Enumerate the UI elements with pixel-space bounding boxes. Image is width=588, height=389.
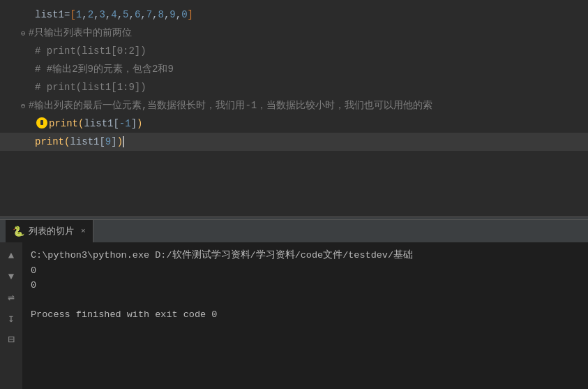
terminal-content[interactable]: C:\python3\python.exe D:/软件测试学习资料/学习资料/c…: [22, 242, 588, 389]
line-content-1: list1=[1,2,3,4,5,6,7,8,9,0]: [0, 6, 193, 24]
process-finished-line: Process finished with exit code 0: [31, 307, 580, 323]
section-comment-2: ⊖ #输出列表的最后一位元素,当数据很长时，我们用-1，当数据比较小时，我们也可…: [0, 96, 588, 115]
terminal-sidebar: ▲ ▼ ⇌ ↧ ⊟: [0, 242, 22, 389]
comment-line-2: # #输出2到9的元素，包含2和9: [0, 60, 588, 78]
comment-text-3: # print(list1[1:9]): [35, 78, 146, 96]
var-list1: list1: [35, 9, 64, 20]
scroll-down-button[interactable]: ▼: [3, 269, 19, 284]
code-line-debug: print(list1[-1]): [0, 115, 588, 133]
tab-label: 列表的切片: [29, 225, 74, 237]
line-content-cursor: print(list1[9]): [0, 133, 124, 151]
terminal-output-1: 0: [31, 263, 580, 279]
terminal-panel: 🐍 列表的切片 × ▲ ▼ ⇌ ↧ ⊟ C:\python3\python.ex…: [0, 220, 588, 389]
scroll-up-button[interactable]: ▲: [3, 248, 19, 263]
print-button[interactable]: ⊟: [3, 332, 19, 347]
terminal-output-2: 0: [31, 278, 580, 293]
comment-text-2: # #输出2到9的元素，包含2和9: [35, 60, 174, 78]
code-line-1: list1=[1,2,3,4,5,6,7,8,9,0]: [0, 6, 588, 24]
terminal-blank-line: [31, 293, 580, 307]
debug-icon: [36, 117, 47, 129]
line-content-debug: print(list1[-1]): [0, 115, 142, 133]
scroll-to-end-button[interactable]: ↧: [3, 311, 19, 326]
text-cursor: [123, 136, 124, 147]
comment-line-3: # print(list1[1:9]): [0, 78, 588, 96]
terminal-tabs: 🐍 列表的切片 ×: [0, 220, 588, 242]
section-comment-text-2: #输出列表的最后一位元素,当数据很长时，我们用-1，当数据比较小时，我们也可以用…: [29, 99, 433, 112]
fold-icon-1[interactable]: ⊖: [21, 29, 26, 38]
comment-text-1: # print(list1[0:2]): [35, 42, 146, 60]
wrap-toggle-button[interactable]: ⇌: [3, 290, 19, 305]
section-comment-1: ⊖ #只输出列表中的前两位: [0, 24, 588, 42]
section-comment-text-1: #只输出列表中的前两位: [29, 27, 132, 39]
comment-line-1: # print(list1[0:2]): [0, 42, 588, 60]
terminal-tab-active[interactable]: 🐍 列表的切片 ×: [6, 220, 93, 242]
tab-close-button[interactable]: ×: [81, 227, 86, 235]
terminal-body: ▲ ▼ ⇌ ↧ ⊟ C:\python3\python.exe D:/软件测试学…: [0, 242, 588, 389]
python-icon: 🐍: [13, 226, 24, 237]
fold-icon-2[interactable]: ⊖: [21, 101, 26, 110]
terminal-path-line: C:\python3\python.exe D:/软件测试学习资料/学习资料/c…: [31, 248, 580, 263]
editor-area: list1=[1,2,3,4,5,6,7,8,9,0] ⊖ #只输出列表中的前两…: [0, 0, 588, 216]
code-line-cursor: print(list1[9]): [0, 133, 588, 151]
